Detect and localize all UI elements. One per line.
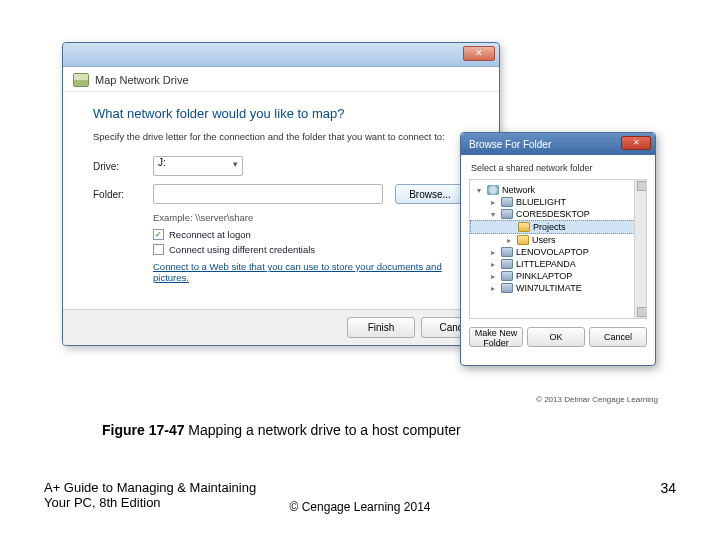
computer-icon xyxy=(501,247,513,257)
tree-label: CORE5DESKTOP xyxy=(516,209,590,219)
footer-bar: Finish Cancel xyxy=(63,309,499,345)
drive-row: Drive: J: xyxy=(93,156,479,176)
caption-number: Figure 17-47 xyxy=(102,422,184,438)
folder-tree[interactable]: ▾ Network ▸ BLUELIGHT ▾ CORE5DESKTOP Pro… xyxy=(469,179,647,319)
reconnect-checkbox[interactable]: ✓ xyxy=(153,229,164,240)
computer-icon xyxy=(501,271,513,281)
tree-label: LITTLEPANDA xyxy=(516,259,576,269)
computer-icon xyxy=(501,209,513,219)
footer-line2: Your PC, 8th Edition xyxy=(44,495,256,510)
browse-button[interactable]: Browse... xyxy=(395,184,465,204)
drive-select[interactable]: J: xyxy=(153,156,243,176)
collapse-icon[interactable]: ▾ xyxy=(474,186,484,195)
tree-network[interactable]: ▾ Network xyxy=(470,184,646,196)
ok-button[interactable]: OK xyxy=(527,327,585,347)
browse-title: Browse For Folder xyxy=(469,139,551,150)
reconnect-label: Reconnect at logon xyxy=(169,229,251,240)
browse-footer: Make New Folder OK Cancel xyxy=(461,319,655,347)
footer-line1: A+ Guide to Managing & Maintaining xyxy=(44,480,256,495)
browse-cancel-button[interactable]: Cancel xyxy=(589,327,647,347)
expand-icon[interactable]: ▸ xyxy=(504,236,514,245)
expand-icon[interactable]: ▸ xyxy=(488,198,498,207)
tree-label: Network xyxy=(502,185,535,195)
folder-label: Folder: xyxy=(93,189,141,200)
browse-for-folder-dialog: Browse For Folder ✕ Select a shared netw… xyxy=(460,132,656,366)
expand-icon[interactable]: ▸ xyxy=(488,248,498,257)
footer-left: A+ Guide to Managing & Maintaining Your … xyxy=(44,480,256,510)
computer-icon xyxy=(501,259,513,269)
tree-label: LENOVOLAPTOP xyxy=(516,247,589,257)
window-title: Map Network Drive xyxy=(95,74,189,86)
close-icon[interactable]: ✕ xyxy=(463,46,495,61)
reconnect-row[interactable]: ✓ Reconnect at logon xyxy=(153,229,479,240)
figure-caption: Figure 17-47 Mapping a network drive to … xyxy=(102,422,461,438)
tree-win7ultimate[interactable]: ▸ WIN7ULTIMATE xyxy=(470,282,646,294)
finish-button[interactable]: Finish xyxy=(347,317,415,338)
tree-core5[interactable]: ▾ CORE5DESKTOP xyxy=(470,208,646,220)
network-drive-icon xyxy=(73,73,89,87)
window-header: Map Network Drive xyxy=(63,67,499,92)
tree-label: PINKLAPTOP xyxy=(516,271,572,281)
make-new-folder-button[interactable]: Make New Folder xyxy=(469,327,523,347)
diff-creds-row[interactable]: Connect using different credentials xyxy=(153,244,479,255)
tree-lenovo[interactable]: ▸ LENOVOLAPTOP xyxy=(470,246,646,258)
folder-icon xyxy=(518,222,530,232)
titlebar[interactable]: ✕ xyxy=(63,43,499,67)
tree-littlepanda[interactable]: ▸ LITTLEPANDA xyxy=(470,258,646,270)
tree-pinklaptop[interactable]: ▸ PINKLAPTOP xyxy=(470,270,646,282)
expand-icon[interactable]: ▸ xyxy=(488,260,498,269)
diff-creds-checkbox[interactable] xyxy=(153,244,164,255)
tree-projects[interactable]: Projects xyxy=(470,220,646,234)
tree-bluelight[interactable]: ▸ BLUELIGHT xyxy=(470,196,646,208)
browse-close-icon[interactable]: ✕ xyxy=(621,136,651,150)
footer-copyright: © Cengage Learning 2014 xyxy=(290,500,431,514)
tree-label: Users xyxy=(532,235,556,245)
scrollbar[interactable] xyxy=(634,180,646,318)
image-credit: © 2013 Delmar Cengage Learning xyxy=(536,395,658,404)
drive-label: Drive: xyxy=(93,161,141,172)
page-number: 34 xyxy=(660,480,676,496)
expand-icon[interactable]: ▸ xyxy=(488,284,498,293)
caption-text: Mapping a network drive to a host comput… xyxy=(184,422,460,438)
connect-website-link[interactable]: Connect to a Web site that you can use t… xyxy=(153,261,479,283)
tree-label: BLUELIGHT xyxy=(516,197,566,207)
collapse-icon[interactable]: ▾ xyxy=(488,210,498,219)
browse-titlebar[interactable]: Browse For Folder ✕ xyxy=(461,133,655,155)
diff-creds-label: Connect using different credentials xyxy=(169,244,315,255)
folder-icon xyxy=(517,235,529,245)
tree-label: Projects xyxy=(533,222,566,232)
tree-label: WIN7ULTIMATE xyxy=(516,283,582,293)
computer-icon xyxy=(501,283,513,293)
folder-input[interactable] xyxy=(153,184,383,204)
folder-row: Folder: Browse... xyxy=(93,184,479,204)
tree-users[interactable]: ▸ Users xyxy=(470,234,646,246)
network-icon xyxy=(487,185,499,195)
example-text: Example: \\server\share xyxy=(153,212,479,223)
browse-subtitle: Select a shared network folder xyxy=(461,155,655,179)
map-network-drive-window: ✕ Map Network Drive What network folder … xyxy=(62,42,500,346)
instruction-text: Specify the drive letter for the connect… xyxy=(93,131,479,142)
computer-icon xyxy=(501,197,513,207)
expand-icon[interactable]: ▸ xyxy=(488,272,498,281)
heading-question: What network folder would you like to ma… xyxy=(93,106,479,121)
